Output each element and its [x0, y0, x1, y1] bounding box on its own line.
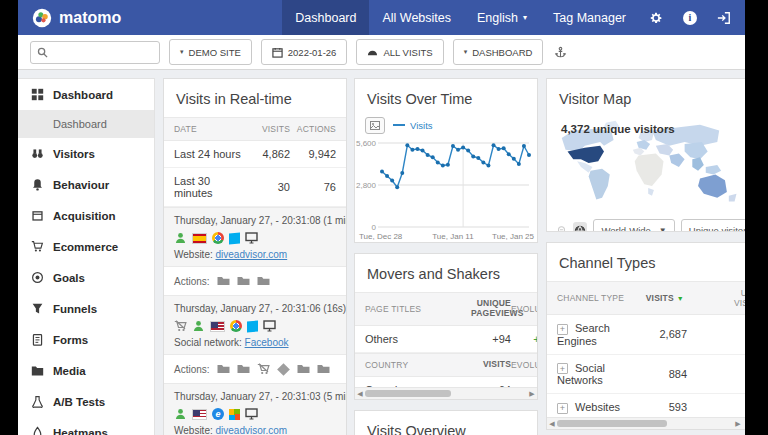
col-label[interactable]: COUNTRY: [365, 360, 471, 370]
col-visits-sort[interactable]: VISITS▼: [635, 293, 687, 303]
movers-row[interactable]: Others+94+36.: [355, 326, 538, 353]
col-evolution[interactable]: EVOLUTION: [511, 360, 538, 370]
widget-title: Movers and Shakers: [355, 254, 537, 292]
matomo-logo[interactable]: matomo: [18, 0, 135, 35]
widget-title: Visits Overview: [355, 411, 537, 435]
col-value[interactable]: VISITS: [471, 360, 511, 370]
brand-text: matomo: [59, 9, 121, 27]
nav-item-tag-manager[interactable]: Tag Manager: [540, 0, 639, 35]
media-icon: [31, 364, 44, 377]
sidebar-item-forms[interactable]: Forms: [18, 324, 154, 355]
col-actions[interactable]: ACTIONS: [290, 124, 336, 134]
scrollbar-thumb[interactable]: [557, 420, 667, 427]
segment-selector-button[interactable]: ALL VISITS: [356, 39, 443, 65]
region-select-value: World-Wide: [601, 225, 650, 232]
sidebar-item-behaviour[interactable]: Behaviour: [18, 169, 154, 200]
visit-actions-row: Actions:: [164, 355, 346, 383]
visits-line-chart[interactable]: 02,8005,600Tue, Dec 28Tue, Jan 11Tue, Ja…: [355, 135, 535, 243]
sidebar-item-label: A/B Tests: [53, 396, 105, 408]
visit-referrer: Website: diveadvisor.com: [174, 425, 336, 435]
scroll-right-icon[interactable]: ▶: [733, 420, 743, 428]
caret-down-icon: ▾: [464, 48, 468, 56]
scroll-left-icon[interactable]: ◀: [547, 420, 557, 428]
expand-plus-icon[interactable]: +: [557, 324, 568, 335]
sidebar-item-a-b-tests[interactable]: A/B Tests: [18, 386, 154, 417]
search-input[interactable]: [52, 45, 153, 59]
sidebar-item-funnels[interactable]: Funnels: [18, 293, 154, 324]
settings-gear-icon[interactable]: [639, 0, 673, 35]
dashboard-selector-button[interactable]: ▾ DASHBOARD: [453, 39, 544, 65]
sidebar-item-media[interactable]: Media: [18, 355, 154, 386]
scroll-right-icon[interactable]: ▶: [527, 390, 537, 398]
goal-icon: [277, 363, 290, 376]
segment-icon: [367, 47, 378, 58]
visit-datetime: Thursday, January 27, - 20:31:06 (16s): [174, 303, 336, 314]
sidebar-item-ecommerce[interactable]: Ecommerce: [18, 231, 154, 262]
col-unique-visitors[interactable]: UNIQUE VISITORS: [687, 288, 745, 308]
svg-text:Tue, Dec 28: Tue, Dec 28: [359, 232, 403, 241]
sidebar-item-visitors[interactable]: Visitors: [18, 138, 154, 169]
channel-row[interactable]: +Search Engines2,6872,: [547, 315, 745, 355]
realtime-table-header: DATE VISITS ACTIONS: [164, 117, 346, 141]
anchor-icon[interactable]: [554, 46, 567, 59]
referrer-link[interactable]: diveadvisor.com: [216, 425, 288, 435]
col-label[interactable]: PAGE TITLES: [365, 304, 471, 314]
horizontal-scrollbar[interactable]: ◀ ▶: [547, 417, 745, 429]
reporting-sidebar: DashboardDashboardVisitorsBehaviourAcqui…: [18, 78, 155, 435]
calendar-icon: [272, 47, 283, 58]
site-selector-button[interactable]: ▾ DEMO SITE: [169, 39, 252, 65]
export-image-icon[interactable]: [365, 117, 385, 134]
folder-icon: [257, 275, 270, 287]
cart-crossed-icon: [257, 363, 270, 375]
map-region-select[interactable]: World-Wide ▼: [593, 219, 674, 232]
search-box[interactable]: [30, 41, 160, 64]
sidebar-item-heatmaps[interactable]: Heatmaps: [18, 417, 154, 435]
channel-label: +Search Engines: [557, 322, 635, 347]
referrer-link[interactable]: diveadvisor.com: [216, 249, 288, 260]
help-info-icon[interactable]: i: [673, 0, 707, 35]
col-visits[interactable]: VISITS: [244, 124, 290, 134]
scroll-left-icon[interactable]: ◀: [355, 390, 365, 398]
referrer-link[interactable]: Facebook: [245, 337, 289, 348]
chart-legend[interactable]: Visits: [393, 120, 433, 131]
legend-label: Visits: [410, 120, 433, 131]
widget-title: Channel Types: [547, 243, 745, 281]
svg-text:5,600: 5,600: [356, 139, 377, 148]
sidebar-item-dashboard[interactable]: Dashboard: [18, 79, 154, 110]
col-evolution[interactable]: EVOLUTION: [511, 304, 538, 314]
sidebar-item-acquisition[interactable]: Acquisition: [18, 200, 154, 231]
channel-table-header: CHANNEL TYPE VISITS▼ UNIQUE VISITORS: [547, 281, 745, 315]
visits-realtime-widget: Visits in Real-time DATE VISITS ACTIONS …: [163, 78, 347, 435]
row-value: +94: [471, 333, 511, 345]
col-value[interactable]: UNIQUEPAGEVIEWS: [471, 299, 511, 319]
navbar-menu: DashboardAll WebsitesEnglish▾Tag Manager: [282, 0, 639, 35]
search-icon: [37, 47, 48, 58]
folder-icon: [297, 363, 310, 375]
zoom-out-icon[interactable]: [557, 223, 567, 232]
svg-text:2,800: 2,800: [356, 181, 377, 190]
sidebar-item-label: Media: [53, 365, 86, 377]
sidebar-item-goals[interactable]: Goals: [18, 262, 154, 293]
realtime-summary-row[interactable]: Last 24 hours4,8629,942: [164, 141, 346, 168]
world-map[interactable]: 4,372 unique visitors: [553, 117, 745, 213]
nav-item-english[interactable]: English▾: [464, 0, 540, 35]
nav-item-all-websites[interactable]: All Websites: [369, 0, 464, 35]
sidebar-subitem-dashboard[interactable]: Dashboard: [18, 110, 154, 138]
col-channel-type[interactable]: CHANNEL TYPE: [557, 293, 635, 303]
signout-icon[interactable]: [707, 0, 745, 35]
col-date[interactable]: DATE: [174, 124, 244, 134]
nav-item-dashboard[interactable]: Dashboard: [282, 0, 369, 35]
metric-select-value: Unique visitors: [689, 225, 745, 232]
expand-plus-icon[interactable]: +: [557, 403, 568, 414]
sidebar-item-label: Heatmaps: [53, 427, 108, 435]
horizontal-scrollbar[interactable]: ◀ ▶: [355, 387, 537, 399]
map-metric-select[interactable]: Unique visitors ▼: [681, 219, 745, 232]
globe-icon[interactable]: [573, 222, 587, 232]
monitor-icon: [245, 408, 258, 420]
expand-plus-icon[interactable]: +: [557, 363, 568, 374]
realtime-summary-row[interactable]: Last 30 minutes3076: [164, 168, 346, 207]
visit-icons-row: e: [174, 408, 336, 420]
date-selector-button[interactable]: 2022-01-26: [261, 39, 348, 65]
channel-row[interactable]: +Social Networks884: [547, 355, 745, 395]
scrollbar-thumb[interactable]: [365, 390, 451, 397]
